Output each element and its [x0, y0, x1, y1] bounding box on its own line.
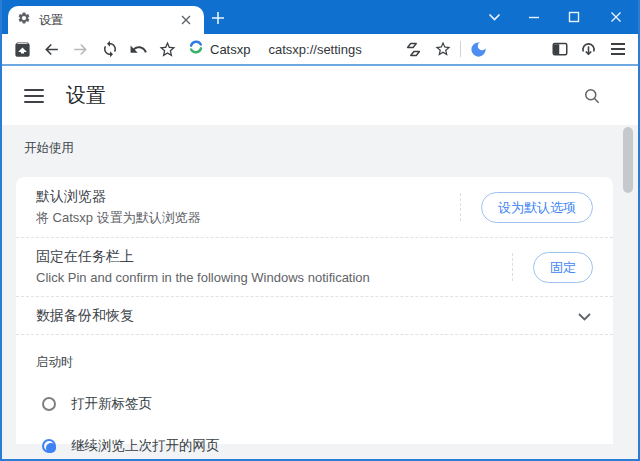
minimize-icon[interactable] — [514, 0, 554, 34]
settings-content: 开始使用 默认浏览器 将 Catsxp 设置为默认浏览器 设为默认选项 固定在任… — [2, 125, 638, 459]
settings-card: 默认浏览器 将 Catsxp 设置为默认浏览器 设为默认选项 固定在任务栏上 C… — [16, 177, 613, 444]
back-icon[interactable] — [37, 36, 66, 62]
radio-label: 继续浏览上次打开的网页 — [71, 437, 220, 455]
toolbar: Catsxp catsxp://settings — [2, 34, 638, 66]
tab-search-chevron-icon[interactable] — [474, 0, 514, 34]
radio-icon[interactable] — [42, 397, 56, 411]
download-icon[interactable] — [574, 36, 603, 62]
default-browser-row: 默认浏览器 将 Catsxp 设置为默认浏览器 设为默认选项 — [16, 177, 613, 237]
section-label: 开始使用 — [2, 125, 638, 157]
settings-header: 设置 — [2, 66, 638, 125]
startup-section-label: 启动时 — [16, 335, 613, 371]
set-default-button[interactable]: 设为默认选项 — [481, 192, 593, 223]
toolbar-right-icons — [399, 36, 632, 62]
brand-label: Catsxp — [210, 42, 250, 57]
url-text[interactable]: catsxp://settings — [268, 42, 361, 57]
startup-option-newtab[interactable]: 打开新标签页 — [16, 395, 613, 413]
titlebar: 设置 — [2, 0, 638, 34]
close-icon[interactable] — [594, 0, 638, 34]
star-outline-icon[interactable] — [153, 36, 182, 62]
menu-icon[interactable] — [603, 36, 632, 62]
tab-settings[interactable]: 设置 — [8, 6, 204, 34]
maximize-icon[interactable] — [554, 0, 594, 34]
address-bar[interactable]: Catsxp catsxp://settings — [188, 39, 399, 59]
star-outline-icon[interactable] — [428, 36, 457, 62]
side-panel-icon[interactable] — [545, 36, 574, 62]
search-icon[interactable] — [580, 84, 604, 108]
settings-menu-icon[interactable] — [24, 89, 44, 103]
tab-title: 设置 — [39, 12, 177, 29]
row-subtitle: 将 Catsxp 设置为默认浏览器 — [36, 207, 201, 228]
page-title: 设置 — [66, 82, 106, 109]
unarchive-icon[interactable] — [8, 36, 37, 62]
row-title: 数据备份和恢复 — [36, 305, 134, 326]
window-controls — [474, 0, 638, 34]
moon-icon[interactable] — [464, 36, 493, 62]
browser-window: 设置 — [0, 0, 640, 461]
radio-icon[interactable] — [42, 439, 56, 453]
tab-close-icon[interactable] — [177, 11, 195, 29]
new-tab-icon[interactable] — [204, 4, 232, 32]
row-separator — [512, 253, 513, 281]
row-title: 固定在任务栏上 — [36, 246, 370, 267]
row-title: 默认浏览器 — [36, 186, 201, 207]
forward-icon[interactable] — [66, 36, 95, 62]
catsxp-logo-icon — [188, 39, 204, 59]
row-separator — [460, 193, 461, 221]
gear-icon — [17, 11, 31, 29]
startup-option-continue[interactable]: 继续浏览上次打开的网页 — [16, 437, 613, 455]
layers-icon[interactable] — [399, 36, 428, 62]
scrollbar-thumb[interactable] — [623, 127, 633, 193]
pin-taskbar-row: 固定在任务栏上 Click Pin and confirm in the fol… — [16, 238, 613, 296]
undo-icon[interactable] — [124, 36, 153, 62]
pin-button[interactable]: 固定 — [533, 252, 593, 283]
radio-label: 打开新标签页 — [71, 395, 152, 413]
chevron-down-icon[interactable] — [578, 307, 591, 325]
backup-restore-row[interactable]: 数据备份和恢复 — [16, 297, 613, 334]
sync-reload-icon[interactable] — [95, 36, 124, 62]
toolbar-divider — [460, 41, 461, 57]
row-subtitle: Click Pin and confirm in the following W… — [36, 267, 370, 288]
